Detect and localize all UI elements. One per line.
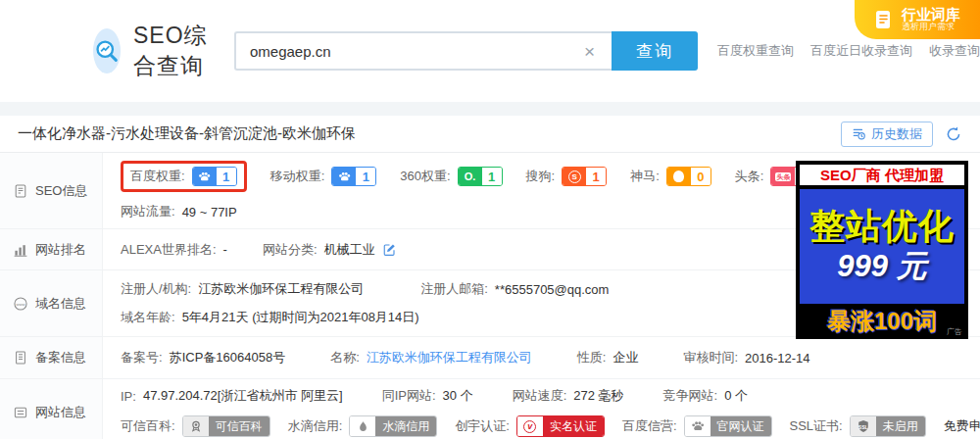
trust-verify-item: 创宇认证: v 实名认证 <box>455 415 605 437</box>
ad-banner[interactable]: SEO厂商 代理加盟 整站优化 999 元 暴涨100词 广告 <box>796 161 968 339</box>
sogou-icon: S <box>563 168 586 185</box>
360-weight-item: 360权重: O. 1 <box>400 167 502 186</box>
site-category-item: 网站分类: 机械工业 <box>263 241 397 259</box>
sidebar-item-domain-info: www 域名信息 <box>0 270 103 336</box>
query-button[interactable]: 查询 <box>612 31 698 71</box>
free-apply-link[interactable]: 免费申请 <box>944 417 980 435</box>
sidebar-label: 备案信息 <box>35 349 86 366</box>
app-logo[interactable]: SEO综合查询 <box>93 21 217 81</box>
traffic-label: 网站流量: <box>121 203 175 220</box>
official-site-badge[interactable]: 官网认证 <box>684 415 772 437</box>
competitor-value: 0 个 <box>724 387 748 405</box>
360-weight-value: 1 <box>482 168 502 185</box>
app-title: SEO综合查询 <box>133 21 217 81</box>
sogou-weight-badge[interactable]: S 1 <box>562 167 607 186</box>
shenma-weight-value: 0 <box>691 168 710 185</box>
doc-lines-icon <box>13 350 28 366</box>
edit-icon[interactable] <box>382 242 397 257</box>
industry-lexicon-ribbon[interactable]: 行业词库 透析用户需求 <box>855 0 980 39</box>
globe-www-icon: www <box>13 296 28 312</box>
icp-nature-item: 性质: 企业 <box>577 349 639 366</box>
sidebar-item-seo-info: SEO信息 <box>0 153 103 228</box>
ribbon-title: 行业词库 <box>902 7 960 24</box>
mobile-weight-item: 移动权重: 1 <box>270 167 377 186</box>
header-links: 百度权重查询 百度近日收录查询 收录查询 <box>717 42 980 60</box>
bar-chart-icon <box>13 242 28 258</box>
badge-label: 水滴信用 <box>375 416 436 436</box>
sidebar-item-icp-info: 备案信息 <box>0 337 103 378</box>
sidebar-label: 网站排名 <box>35 241 86 259</box>
baidu-paw-icon <box>332 168 356 185</box>
mobile-weight-value: 1 <box>356 168 375 185</box>
trust-label: 百度信营: <box>622 417 677 435</box>
sidebar-item-site-info: 网站信息 <box>0 379 103 439</box>
mobile-weight-badge[interactable]: 1 <box>331 167 376 186</box>
speed-item: 网站速度: 272 毫秒 <box>513 387 624 405</box>
header: SEO综合查询 × 查询 百度权重查询 百度近日收录查询 收录查询 行业词库 透… <box>0 0 980 102</box>
page-title: 一体化净水器-污水处理设备-斜管沉淀池-欧米伽环保 <box>18 124 356 143</box>
v-verify-icon: v <box>517 416 543 436</box>
ssl-badge[interactable]: SSL 未启用 <box>850 415 926 437</box>
registrant-label: 注册人/机构: <box>121 280 191 298</box>
waterdrop-badge[interactable]: 水滴信用 <box>349 415 437 437</box>
link-baidu-weight-query[interactable]: 百度权重查询 <box>717 42 794 60</box>
history-data-button[interactable]: 历史数据 <box>841 122 933 147</box>
traffic-value: 49 ~ 77IP <box>182 205 237 220</box>
same-ip-item: 同IP网站: 30 个 <box>382 387 473 405</box>
link-baidu-recent-index-query[interactable]: 百度近日收录查询 <box>810 42 912 60</box>
baidu-paw-icon <box>685 416 710 436</box>
trust-baidu-item: 百度信营: 官网认证 <box>622 415 772 437</box>
encyclopedia-badge[interactable]: 可信百科 <box>182 415 270 437</box>
badge-label: 可信百科 <box>209 416 270 436</box>
baidu-paw-icon <box>193 168 217 185</box>
domain-age-label: 域名年龄: <box>121 309 175 326</box>
sidebar-item-site-rank: 网站排名 <box>0 229 103 269</box>
ad-footer-text: 暴涨100词 <box>827 306 937 337</box>
registrant-item: 注册人/机构: 江苏欧米伽环保工程有限公司 <box>121 280 364 298</box>
icp-number-value: 苏ICP备16064058号 <box>170 349 286 366</box>
weight-label: 头条: <box>735 168 764 185</box>
category-value: 机械工业 <box>324 241 375 259</box>
badge-label: 官网认证 <box>710 416 771 436</box>
shenma-weight-item: 神马: 0 <box>630 167 711 186</box>
registrant-value: 江苏欧米伽环保工程有限公司 <box>198 280 364 298</box>
baidu-weight-highlight-box: 百度权重: 1 <box>121 161 247 192</box>
sogou-weight-value: 1 <box>586 168 606 185</box>
ip-label: IP: <box>121 389 136 404</box>
icp-name-link[interactable]: 江苏欧米伽环保工程有限公司 <box>367 349 532 366</box>
email-value: **6555705@qq.com <box>495 282 610 297</box>
weight-label: 360权重: <box>400 168 450 185</box>
icp-number-label: 备案号: <box>121 349 163 366</box>
trust-label: 创宇认证: <box>455 417 510 435</box>
list-icon <box>13 405 28 420</box>
competitor-item: 竞争网站: 0 个 <box>663 387 748 405</box>
icp-number-item: 备案号: 苏ICP备16064058号 <box>121 349 285 366</box>
baidu-weight-badge[interactable]: 1 <box>192 167 237 186</box>
doc-pen-icon <box>13 183 28 199</box>
header-divider-strip <box>0 102 980 116</box>
shenma-weight-badge[interactable]: 0 <box>666 167 711 186</box>
search-box: × 查询 <box>234 31 698 71</box>
history-data-label: 历史数据 <box>871 125 922 143</box>
360-weight-badge[interactable]: O. 1 <box>458 167 503 186</box>
traffic-item: 网站流量: 49 ~ 77IP <box>121 203 237 220</box>
encyclopedia-medal-icon <box>183 416 209 436</box>
seo-magnifier-icon <box>93 28 121 73</box>
water-drop-icon <box>350 416 375 436</box>
link-index-query[interactable]: 收录查询 <box>929 42 980 60</box>
sidebar-label: SEO信息 <box>35 182 87 200</box>
search-input[interactable] <box>234 31 612 71</box>
icp-info-row: 备案信息 备案号: 苏ICP备16064058号 名称: 江苏欧米伽环保工程有限… <box>0 337 980 379</box>
main-content: SEO信息 百度权重: 1 移动权重: <box>0 153 980 439</box>
weight-label: 移动权重: <box>270 168 325 185</box>
sidebar-label: 域名信息 <box>35 295 86 313</box>
realname-verify-badge[interactable]: v 实名认证 <box>516 415 605 437</box>
weight-label: 神马: <box>630 168 660 185</box>
refresh-icon[interactable] <box>945 125 962 143</box>
ssl-shield-icon: SSL <box>851 416 876 436</box>
email-label: 注册人邮箱: <box>420 280 488 298</box>
lexicon-doc-icon <box>874 9 894 30</box>
trust-ssl-item: SSL证书: SSL 未启用 <box>790 415 926 437</box>
same-ip-value: 30 个 <box>443 387 473 405</box>
trust-waterdrop-item: 水滴信用: 水滴信用 <box>288 415 438 437</box>
